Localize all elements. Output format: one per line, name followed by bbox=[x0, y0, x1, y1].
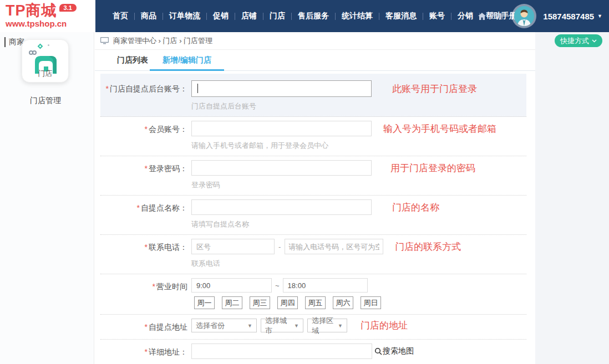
store-name-input[interactable] bbox=[191, 199, 372, 215]
caret-down-icon: ▼ bbox=[597, 13, 602, 19]
shortcut-button[interactable]: 快捷方式 bbox=[555, 34, 602, 47]
form-row-member-account: *会员账号： 输入号为手机号码或者邮箱 请输入手机号或者邮箱，用于登录会员中心 bbox=[100, 117, 526, 156]
form-row-detail-address: *详细地址： 搜索地图 详细地址 bbox=[100, 340, 526, 364]
district-select[interactable]: 选择区域 ▼ bbox=[307, 319, 347, 332]
avatar[interactable] bbox=[514, 6, 534, 26]
city-select[interactable]: 选择城市 ▼ bbox=[261, 319, 303, 332]
region-address-label: *自提点地址 bbox=[100, 319, 187, 332]
main-panel: 商家管理中心 › 门店 › 门店管理 门店列表 新增/编辑门店 *门店自提点后台… bbox=[95, 32, 535, 364]
detail-address-input[interactable] bbox=[191, 344, 372, 359]
form-row-business-hours: *营业时间 ~ 周一 周二 周三 周四 周五 周六 周日 bbox=[100, 274, 526, 315]
breadcrumb: 商家管理中心 › 门店 › 门店管理 bbox=[95, 32, 535, 50]
store-name-label: *自提点名称： bbox=[100, 199, 187, 213]
store-card-label: 门店 bbox=[22, 69, 68, 79]
store-name-hint: 请填写自提点名称 bbox=[191, 219, 439, 229]
form-row-password: *登录密码： 用于门店登录的密码 登录密码 bbox=[100, 156, 526, 196]
district-select-value: 选择区域 bbox=[312, 316, 333, 336]
form-row-backend-account: *门店自提点后台账号： 此账号用于门店登录 门店自提点后台账号 bbox=[100, 74, 526, 117]
search-map-link[interactable]: 搜索地图 bbox=[374, 346, 414, 356]
phone-dash: - bbox=[278, 243, 281, 251]
store-app-card[interactable]: 门店 bbox=[22, 39, 69, 83]
text-cursor-bar bbox=[4, 37, 6, 47]
avatar-illustration bbox=[514, 6, 534, 26]
city-select-value: 选择城市 bbox=[265, 316, 290, 336]
chevron-down-icon: ▼ bbox=[294, 323, 299, 329]
backend-account-hint: 门店自提点后台账号 bbox=[191, 101, 477, 111]
weekday-saturday-button[interactable]: 周六 bbox=[333, 296, 353, 309]
logo-title: TP商城 bbox=[6, 2, 57, 19]
nav-item-orders[interactable]: 订单物流 bbox=[163, 11, 206, 21]
search-map-label: 搜索地图 bbox=[383, 346, 414, 356]
close-time-input[interactable] bbox=[283, 278, 368, 293]
nav-item-service-message[interactable]: 客服消息 bbox=[379, 11, 423, 21]
nav-item-aftersale[interactable]: 售后服务 bbox=[292, 11, 335, 21]
nav-item-distribution[interactable]: 分销 bbox=[451, 11, 479, 21]
shop-link-label: 店铺 bbox=[489, 11, 503, 21]
right-rail: 快捷方式 bbox=[535, 32, 609, 364]
password-note: 用于门店登录的密码 bbox=[390, 162, 475, 175]
weekday-monday-button[interactable]: 周一 bbox=[194, 296, 215, 309]
form-row-region-address: *自提点地址 选择省份 ▼ 选择城市 ▼ 选择区域 ▼ 门店的地址 bbox=[100, 315, 526, 340]
weekday-selector: 周一 周二 周三 周四 周五 周六 周日 bbox=[194, 296, 381, 309]
member-account-label: *会员账号： bbox=[100, 121, 187, 135]
store-name-note: 门店的名称 bbox=[392, 201, 439, 214]
detail-address-label: *详细地址： bbox=[100, 344, 187, 357]
main-menu: 首页 商品 订单物流 促销 店铺 门店 售后服务 统计结算 客服消息 账号 分销… bbox=[106, 0, 523, 32]
nav-item-store[interactable]: 门店 bbox=[263, 11, 291, 21]
nav-item-promotion[interactable]: 促销 bbox=[207, 11, 235, 21]
user-phone: 15874587485 bbox=[543, 12, 594, 21]
nav-item-account[interactable]: 账号 bbox=[423, 11, 451, 21]
phone-number-input[interactable] bbox=[285, 239, 383, 254]
user-phone-dropdown[interactable]: 15874587485 ▼ bbox=[543, 12, 602, 21]
password-label: *登录密码： bbox=[100, 160, 187, 174]
province-select[interactable]: 选择省份 ▼ bbox=[191, 319, 257, 332]
open-time-input[interactable] bbox=[191, 278, 272, 293]
logo[interactable]: TP商城 3.1 www.tpshop.cn bbox=[0, 0, 95, 32]
contact-phone-hint: 联系电话 bbox=[191, 259, 461, 269]
business-hours-label: *营业时间 bbox=[100, 278, 187, 292]
backend-account-input[interactable] bbox=[191, 80, 372, 97]
top-navbar: TP商城 3.1 www.tpshop.cn 首页 商品 订单物流 促销 店铺 … bbox=[0, 0, 609, 32]
form-row-store-name: *自提点名称： 门店的名称 请填写自提点名称 bbox=[100, 196, 526, 235]
member-account-hint: 请输入手机号或者邮箱，用于登录会员中心 bbox=[191, 141, 496, 151]
tab-add-edit-store[interactable]: 新增/编辑门店 bbox=[155, 50, 219, 70]
password-input[interactable] bbox=[191, 160, 372, 176]
tab-bar: 门店列表 新增/编辑门店 bbox=[95, 50, 535, 71]
chevron-down-icon: ▼ bbox=[247, 323, 252, 329]
monitor-icon bbox=[100, 37, 109, 44]
dot-icon bbox=[48, 44, 49, 46]
member-account-note: 输入号为手机号码或者邮箱 bbox=[383, 122, 496, 135]
home-icon bbox=[478, 13, 486, 20]
contact-phone-note: 门店的联系方式 bbox=[395, 240, 461, 253]
chevron-down-icon bbox=[592, 39, 597, 43]
text-caret bbox=[197, 84, 198, 93]
weekday-tuesday-button[interactable]: 周二 bbox=[222, 296, 242, 309]
shortcut-button-label: 快捷方式 bbox=[560, 36, 589, 46]
contact-phone-label: *联系电话： bbox=[100, 239, 187, 253]
diamond-icon bbox=[38, 44, 43, 49]
breadcrumb-text: 商家管理中心 › 门店 › 门店管理 bbox=[113, 36, 212, 46]
search-icon bbox=[374, 347, 382, 355]
nav-item-stats[interactable]: 统计结算 bbox=[336, 11, 379, 21]
hours-tilde: ~ bbox=[275, 281, 280, 290]
required-mark: * bbox=[106, 84, 109, 93]
member-account-input[interactable] bbox=[191, 121, 372, 136]
store-edit-form: *门店自提点后台账号： 此账号用于门店登录 门店自提点后台账号 *会员账号： 输… bbox=[100, 74, 526, 364]
weekday-thursday-button[interactable]: 周四 bbox=[277, 296, 298, 309]
sidebar-item-store-management[interactable]: 门店管理 bbox=[30, 96, 61, 106]
region-address-note: 门店的地址 bbox=[361, 319, 408, 332]
weekday-friday-button[interactable]: 周五 bbox=[305, 296, 326, 309]
chevron-down-icon: ▼ bbox=[338, 323, 343, 329]
weekday-wednesday-button[interactable]: 周三 bbox=[250, 296, 270, 309]
backend-account-note: 此账号用于门店登录 bbox=[392, 83, 477, 95]
province-select-value: 选择省份 bbox=[196, 321, 225, 331]
nav-item-home[interactable]: 首页 bbox=[106, 11, 134, 21]
logo-url: www.tpshop.cn bbox=[6, 19, 95, 29]
password-hint: 登录密码 bbox=[191, 180, 475, 190]
weekday-sunday-button[interactable]: 周日 bbox=[361, 296, 381, 309]
shop-home-link[interactable]: 店铺 bbox=[478, 11, 503, 21]
nav-item-goods[interactable]: 商品 bbox=[135, 11, 163, 21]
area-code-input[interactable] bbox=[191, 239, 275, 254]
tab-store-list[interactable]: 门店列表 bbox=[110, 50, 155, 70]
nav-item-shop[interactable]: 店铺 bbox=[235, 11, 263, 21]
